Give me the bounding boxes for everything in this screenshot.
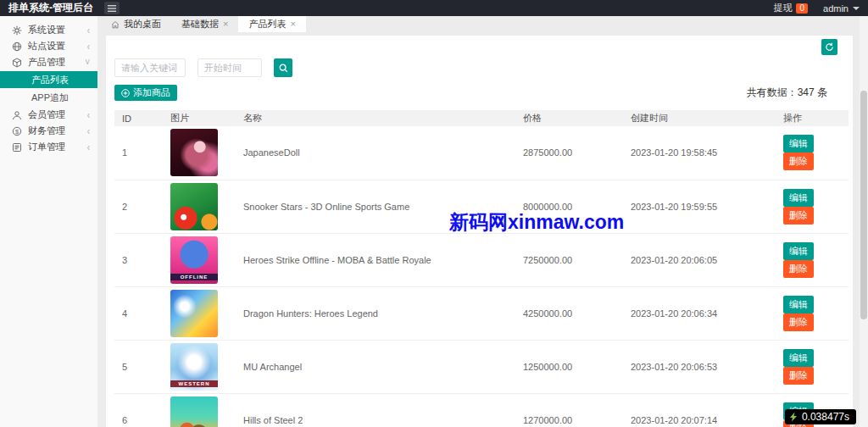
sidebar-item-site-settings[interactable]: 站点设置 ‹ xyxy=(0,38,97,54)
execution-time: 0.038477s xyxy=(802,411,849,423)
product-thumbnail[interactable] xyxy=(170,129,218,176)
withdraw-count-badge: 0 xyxy=(796,3,808,14)
withdraw-label: 提现 xyxy=(773,2,792,14)
column-header-image: 图片 xyxy=(163,110,236,126)
hamburger-icon xyxy=(108,5,116,12)
cell-created: 2023-01-20 20:07:14 xyxy=(623,393,776,427)
chevron-collapsed-icon: ‹ xyxy=(87,25,90,36)
content-area: 我的桌面 基础数据 × 产品列表 × xyxy=(97,16,868,427)
topbar: 排单系统-管理后台 提现 0 admin xyxy=(0,0,868,16)
search-button[interactable] xyxy=(274,58,292,77)
edit-button[interactable]: 编辑 xyxy=(783,349,814,367)
cell-price: 1250000.00 xyxy=(515,340,623,393)
product-thumbnail[interactable]: WESTERN xyxy=(170,343,218,391)
tab-label: 基础数据 xyxy=(181,18,219,30)
add-product-button[interactable]: 添加商品 xyxy=(114,85,177,101)
tab-product-list[interactable]: 产品列表 × xyxy=(238,16,305,32)
total-count-text: 共有数据：347 条 xyxy=(747,86,827,100)
home-icon xyxy=(111,20,120,29)
gear-icon xyxy=(12,25,22,36)
sidebar: 系统设置 ‹ 站点设置 ‹ 产品管理 ˅ 产品列表 APP追加 会 xyxy=(0,16,97,427)
chevron-collapsed-icon: ‹ xyxy=(87,109,90,120)
tab-bar: 我的桌面 基础数据 × 产品列表 × xyxy=(97,16,868,32)
cell-name: JapaneseDoll xyxy=(236,126,515,180)
product-list-panel: 添加商品 共有数据：347 条 ID 图片 名称 价格 创建时 xyxy=(106,36,853,427)
trace-lightning-icon xyxy=(788,412,798,422)
cell-image xyxy=(163,180,236,233)
cell-id: 1 xyxy=(114,126,163,180)
product-thumbnail[interactable]: OFFLINE xyxy=(170,236,218,284)
keyword-input[interactable] xyxy=(114,58,186,77)
withdraw-link[interactable]: 提现 0 xyxy=(773,2,808,14)
column-header-actions: 操作 xyxy=(776,110,849,126)
dollar-icon: $ xyxy=(12,126,22,136)
product-thumbnail[interactable] xyxy=(170,396,218,427)
close-icon[interactable]: × xyxy=(223,19,228,29)
vertical-scrollbar[interactable] xyxy=(860,16,868,427)
user-menu[interactable]: admin xyxy=(823,3,860,14)
tab-my-desktop[interactable]: 我的桌面 xyxy=(101,16,171,32)
sidebar-item-label: 站点设置 xyxy=(28,40,65,53)
product-table-body: 1 JapaneseDoll 2875000.00 2023-01-20 19:… xyxy=(114,126,849,427)
edit-button[interactable]: 编辑 xyxy=(783,189,814,207)
debug-trace-badge[interactable]: 0.038477s xyxy=(785,409,856,424)
cell-actions: 编辑 删除 xyxy=(776,340,849,393)
sidebar-item-label: 订单管理 xyxy=(28,141,65,153)
delete-button[interactable]: 删除 xyxy=(783,367,814,385)
cell-created: 2023-01-20 19:59:55 xyxy=(623,180,776,233)
sidebar-item-system-settings[interactable]: 系统设置 ‹ xyxy=(0,22,97,38)
product-thumbnail[interactable] xyxy=(170,290,218,337)
table-row: 3 OFFLINE Heroes Strike Offline - MOBA &… xyxy=(114,233,849,286)
sidebar-item-order-management[interactable]: 订单管理 ‹ xyxy=(0,139,97,155)
delete-button[interactable]: 删除 xyxy=(783,260,814,278)
sidebar-item-finance-management[interactable]: $ 财务管理 ‹ xyxy=(0,123,97,139)
close-icon[interactable]: × xyxy=(290,19,295,29)
sidebar-subitem-label: 产品列表 xyxy=(31,74,69,86)
sidebar-item-label: 财务管理 xyxy=(28,125,65,137)
start-date-input[interactable] xyxy=(198,58,262,77)
product-icon xyxy=(12,58,22,68)
plus-circle-icon xyxy=(121,89,130,97)
table-header-row: ID 图片 名称 价格 创建时间 操作 xyxy=(114,110,849,126)
menu-toggle-button[interactable] xyxy=(104,2,120,14)
cell-actions: 编辑 删除 xyxy=(776,286,849,340)
delete-button[interactable]: 删除 xyxy=(783,313,814,331)
cell-name: MU Archangel xyxy=(236,340,515,393)
cell-name: Snooker Stars - 3D Online Sports Game xyxy=(236,180,515,233)
tab-basic-data[interactable]: 基础数据 × xyxy=(171,16,238,32)
tab-label: 我的桌面 xyxy=(124,18,161,30)
edit-button[interactable]: 编辑 xyxy=(783,135,814,152)
orders-icon xyxy=(12,142,22,152)
globe-icon xyxy=(12,42,22,52)
sidebar-subitem-label: APP追加 xyxy=(31,92,69,104)
cell-name: Hills of Steel 2 xyxy=(236,393,515,427)
user-icon xyxy=(12,110,22,120)
sidebar-item-member-management[interactable]: 会员管理 ‹ xyxy=(0,107,97,123)
table-row: 4 Dragon Hunters: Heroes Legend 4250000.… xyxy=(114,286,849,340)
action-toolbar: 添加商品 共有数据：347 条 xyxy=(114,85,853,101)
sidebar-item-app-append[interactable]: APP追加 xyxy=(0,89,97,106)
edit-button[interactable]: 编辑 xyxy=(783,242,814,260)
product-thumbnail[interactable] xyxy=(170,183,218,230)
cell-actions: 编辑 删除 xyxy=(776,126,849,180)
search-icon xyxy=(279,64,288,73)
cell-image xyxy=(163,126,236,180)
cell-id: 5 xyxy=(114,340,163,393)
refresh-button[interactable] xyxy=(821,39,837,55)
edit-button[interactable]: 编辑 xyxy=(783,296,814,313)
app-title: 排单系统-管理后台 xyxy=(0,1,97,15)
table-row: 6 Hills of Steel 2 1270000.00 2023-01-20… xyxy=(114,393,849,427)
sidebar-item-product-list[interactable]: 产品列表 xyxy=(0,71,97,88)
cell-price: 8000000.00 xyxy=(515,180,623,233)
cell-price: 1270000.00 xyxy=(515,393,623,427)
cell-id: 3 xyxy=(114,233,163,286)
delete-button[interactable]: 删除 xyxy=(783,152,814,170)
sidebar-item-product-management[interactable]: 产品管理 ˅ xyxy=(0,54,97,70)
sidebar-item-label: 产品管理 xyxy=(28,56,65,69)
thumbnail-caption: WESTERN xyxy=(170,380,218,387)
cell-image xyxy=(163,286,236,340)
delete-button[interactable]: 删除 xyxy=(783,207,814,225)
add-product-label: 添加商品 xyxy=(133,86,170,99)
scrollbar-thumb[interactable] xyxy=(860,91,867,319)
column-header-id: ID xyxy=(114,110,163,126)
